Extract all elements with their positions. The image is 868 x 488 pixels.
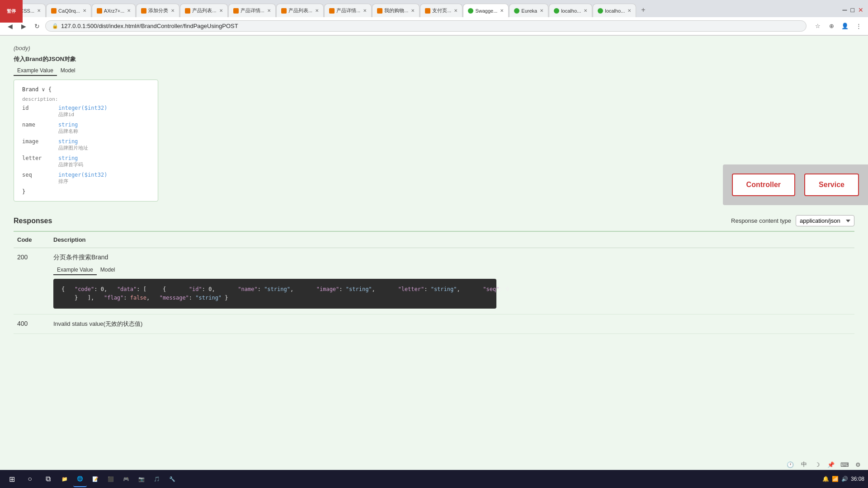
main-content: (body) 传入Brand的JSON对象 Example Value Mode… [0, 36, 868, 488]
code-200: 200 [14, 248, 50, 314]
bookmark-icon[interactable]: ☆ [813, 21, 823, 31]
responses-section: Responses Response content type applicat… [14, 211, 854, 334]
taskbar-browser[interactable]: 🌐 [73, 471, 87, 487]
taskbar-network-icon[interactable]: 📶 [832, 476, 839, 482]
address-bar[interactable]: 🔒 127.0.0.1:500/dist/index.html#/BrandCo… [45, 20, 807, 32]
taskbar: ⊞ ○ ⧉ 📁 🌐 📝 ⬛ 🎮 📷 🎵 🔧 🔔 📶 🔊 36:08 [0, 470, 868, 488]
settings-icon[interactable]: ⋮ [854, 21, 863, 31]
code-400: 400 [14, 314, 50, 334]
browser-tab-10[interactable]: Swagge...✕ [463, 4, 509, 17]
paused-icon: 暂停 [0, 0, 23, 23]
lock-icon: 🔒 [52, 23, 58, 29]
maximize-button[interactable]: □ [851, 6, 854, 14]
col-code: Code [14, 232, 50, 248]
brand-header-text: Brand ∨ { [22, 86, 52, 93]
browser-tab-3[interactable]: 添加分类✕ [136, 4, 179, 17]
browser-tab-11[interactable]: Eureka✕ [509, 4, 548, 17]
minimize-button[interactable]: ─ [843, 6, 847, 14]
toolbar-display-icon[interactable]: 中 [798, 459, 809, 470]
browser-tab-2[interactable]: AXrz7+...✕ [92, 4, 136, 17]
model-row: image string 品牌图片地址 [22, 138, 150, 151]
desc-400: Invalid status value(无效的状态值) [50, 314, 854, 334]
desc-200: 分页条件搜索Brand Example Value Model { "code"… [50, 248, 854, 314]
table-row: 400 Invalid status value(无效的状态值) [14, 314, 854, 334]
service-button[interactable]: Service [804, 174, 859, 196]
extension-icon[interactable]: ⊕ [826, 21, 836, 31]
bottom-toolbar: 🕐 中 ☽ 📌 ⌨ ⚙ [785, 459, 863, 470]
browser-tab-12[interactable]: localho...✕ [549, 4, 592, 17]
model-header: Brand ∨ { [22, 86, 150, 93]
example-value-link[interactable]: Example Value [14, 66, 57, 76]
model-row: id integer($int32) 品牌id [22, 105, 150, 118]
nav-bar: ◀ ▶ ↻ 🔒 127.0.0.1:500/dist/index.html#/B… [0, 17, 868, 35]
section-desc: 传入Brand的JSON对象 [14, 55, 854, 63]
toolbar-moon-icon[interactable]: ☽ [812, 459, 823, 470]
taskbar-app7[interactable]: 🎵 [150, 471, 164, 487]
responses-title: Responses [14, 217, 52, 225]
profile-icon[interactable]: 👤 [840, 21, 850, 31]
content-type-label: Response content type [731, 217, 791, 224]
new-tab-button[interactable]: + [637, 4, 650, 16]
table-row: 200 分页条件搜索Brand Example Value Model { "c… [14, 248, 854, 314]
browser-tab-1[interactable]: CaQ0rq...✕ [46, 4, 91, 17]
brand-model-box: Brand ∨ { description: id integer($int32… [14, 80, 158, 202]
model-row: name string 品牌名称 [22, 122, 150, 135]
description-label: description: [22, 96, 150, 102]
responses-header: Responses Response content type applicat… [14, 211, 854, 232]
response-example-value-link[interactable]: Example Value [53, 265, 97, 275]
response-code-block: { "code": 0, "data": [ { "id": 0, "name"… [53, 279, 496, 309]
browser-tab-6[interactable]: 产品列表...✕ [276, 4, 324, 17]
taskbar-right: 🔔 📶 🔊 36:08 [822, 476, 864, 482]
controller-button[interactable]: Controller [732, 174, 795, 196]
floating-panel: Controller Service [723, 164, 868, 205]
close-button[interactable]: ✕ [858, 6, 863, 14]
taskbar-app8[interactable]: 🔧 [165, 471, 179, 487]
reload-button[interactable]: ↻ [32, 21, 42, 32]
response-example-links: Example Value Model [53, 265, 851, 275]
taskbar-time: 36:08 [851, 476, 864, 482]
col-description: Description [50, 232, 854, 248]
toolbar-keyboard-icon[interactable]: ⌨ [839, 459, 850, 470]
response-model-link[interactable]: Model [97, 265, 119, 275]
model-row: letter string 品牌首字码 [22, 155, 150, 168]
browser-tab-5[interactable]: 产品详情...✕ [228, 4, 276, 17]
taskbar-app5[interactable]: 🎮 [119, 471, 133, 487]
browser-tab-7[interactable]: 产品详情...✕ [324, 4, 372, 17]
model-closing: } [22, 188, 150, 195]
taskbar-vscode[interactable]: 📝 [89, 471, 102, 487]
browser-tab-4[interactable]: 产品列表...✕ [180, 4, 227, 17]
toolbar-clock-icon[interactable]: 🕐 [785, 459, 796, 470]
start-button[interactable]: ⊞ [4, 471, 20, 487]
responses-table: Code Description 200 分页条件搜索Brand Example… [14, 232, 854, 334]
taskbar-notification-icon[interactable]: 🔔 [822, 476, 829, 482]
taskbar-file-explorer[interactable]: 📁 [58, 471, 71, 487]
url-text: 127.0.0.1:500/dist/index.html#/BrandCont… [61, 23, 238, 29]
taskbar-volume-icon[interactable]: 🔊 [841, 476, 848, 482]
request-example-links: Example Value Model [14, 66, 854, 76]
content-type-select[interactable]: application/json [796, 215, 854, 226]
desc-title-200: 分页条件搜索Brand [53, 253, 851, 262]
browser-tab-8[interactable]: 我的购物...✕ [372, 4, 420, 17]
taskbar-terminal[interactable]: ⬛ [104, 471, 118, 487]
invalid-status-text: Invalid status value(无效的状态值) [53, 320, 851, 328]
toolbar-settings-icon[interactable]: ⚙ [853, 459, 863, 470]
search-button[interactable]: ○ [22, 471, 38, 487]
browser-tab-13[interactable]: localho...✕ [593, 4, 636, 17]
taskview-button[interactable]: ⧉ [40, 471, 56, 487]
toolbar-pin-icon[interactable]: 📌 [826, 459, 836, 470]
browser-tab-9[interactable]: 支付页...✕ [420, 4, 462, 17]
model-row: seq integer($int32) 排序 [22, 172, 150, 185]
model-link[interactable]: Model [57, 66, 79, 76]
taskbar-app6[interactable]: 📷 [135, 471, 148, 487]
response-content-type: Response content type application/json [731, 215, 854, 226]
body-label: (body) [14, 45, 854, 52]
tab-bar: AWCSS...✕CaQ0rq...✕AXrz7+...✕添加分类✕产品列表..… [0, 0, 868, 17]
browser-chrome: AWCSS...✕CaQ0rq...✕AXrz7+...✕添加分类✕产品列表..… [0, 0, 868, 36]
